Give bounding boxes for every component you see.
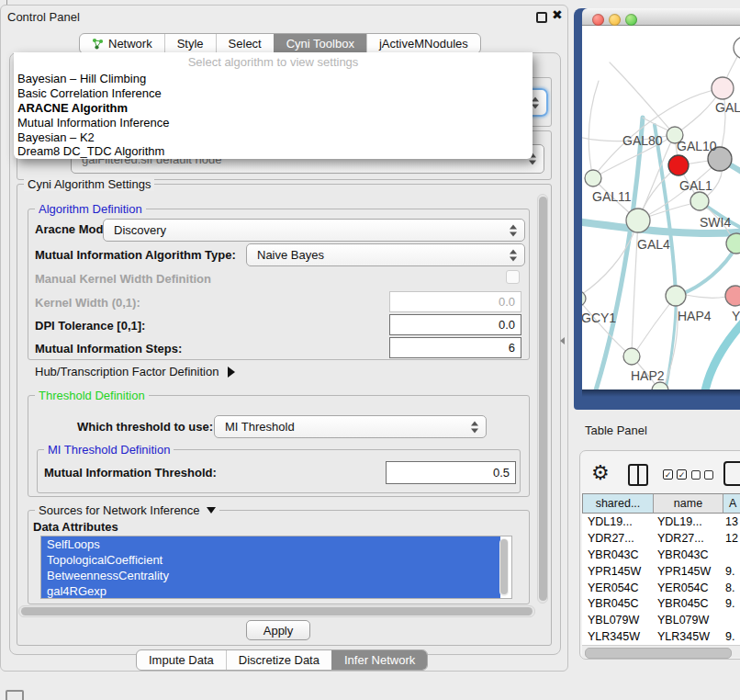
minimize-window-icon[interactable] [609, 14, 621, 26]
node-label: GAL [715, 100, 740, 115]
close-window-icon[interactable] [592, 14, 604, 26]
network-node[interactable] [585, 170, 601, 186]
network-node[interactable] [623, 348, 640, 365]
table-row[interactable]: YDR27...YDR27...12 [582, 530, 740, 547]
tab-label: Infer Network [344, 653, 415, 667]
table-row[interactable]: YBL079WYBL079W [582, 612, 740, 628]
deselect-all-columns-button[interactable] [691, 470, 713, 480]
attribute-item[interactable]: gal4RGexp [41, 583, 500, 599]
algorithm-option[interactable]: Bayesian – Hill Climbing [14, 72, 533, 86]
algorithm-option[interactable]: ARACNE Algorithm [14, 101, 533, 116]
table-cell: YBR043C [582, 547, 654, 563]
mi-steps-field[interactable]: 6 [389, 337, 521, 358]
network-node[interactable] [666, 286, 686, 306]
network-edge[interactable] [655, 125, 676, 296]
algorithm-option[interactable]: Basic Correlation Inference [14, 86, 533, 101]
table-row[interactable]: YPR145WYPR145W9. [582, 563, 740, 580]
table-header-row: shared...nameA [582, 493, 740, 514]
table-cell: YDR27... [582, 530, 654, 547]
network-node[interactable] [690, 192, 709, 210]
tab-style[interactable]: Style [164, 34, 216, 53]
network-node[interactable] [725, 286, 740, 306]
scrollbar-thumb[interactable] [539, 197, 547, 601]
cyni-mode-tabbar: Impute DataDiscretize DataInfer Network [136, 649, 428, 671]
panel-divider-handle[interactable] [556, 337, 565, 344]
settings-horizontal-scrollbar[interactable] [18, 605, 535, 617]
table-cell: YPR145W [582, 563, 654, 580]
aracne-mode-combobox[interactable]: Discovery [103, 219, 525, 242]
node-label: GAL11 [592, 189, 632, 204]
algorithm-option[interactable]: Mutual Information Inference [14, 115, 533, 130]
network-node[interactable] [712, 77, 734, 99]
scrollbar-thumb[interactable] [585, 648, 732, 659]
expand-arrow-icon [228, 367, 241, 378]
algorithm-option[interactable]: Bayesian – K2 [14, 130, 533, 144]
column-header[interactable]: shared... [582, 493, 654, 514]
close-icon[interactable]: ✖ [552, 7, 563, 22]
hub-tf-definition-toggle[interactable]: Hub/Transcription Factor Definition [35, 365, 241, 378]
table-cell: YLR345W [582, 628, 654, 645]
zoom-window-icon[interactable] [625, 14, 637, 26]
attribute-item[interactable]: BetweennessCentrality [41, 568, 500, 583]
attribute-item[interactable]: SelfLoops [41, 536, 500, 552]
apply-button[interactable]: Apply [246, 620, 310, 640]
table-horizontal-scrollbar[interactable] [582, 645, 740, 658]
docked-panel-icon[interactable] [6, 690, 24, 700]
table-options-icon[interactable] [723, 461, 740, 486]
network-node[interactable] [626, 209, 650, 232]
table-row[interactable]: YLR345WYLR345W9. [582, 628, 740, 645]
tab-discretize-data[interactable]: Discretize Data [226, 650, 331, 670]
column-header[interactable]: A [723, 493, 740, 514]
list-vertical-scrollbar[interactable] [499, 538, 509, 596]
kernel-width-field[interactable]: 0.0 [389, 291, 521, 312]
table-row[interactable]: YBR043CYBR043C [582, 547, 740, 563]
scrollbar-thumb[interactable] [21, 607, 533, 615]
select-all-columns-button[interactable]: ✓ ✓ [663, 469, 687, 480]
table-row[interactable]: YBR045CYBR045C9. [582, 595, 740, 612]
which-threshold-combobox[interactable]: MI Threshold [214, 415, 487, 438]
table-row[interactable]: YDL19...YDL19...13 [582, 514, 740, 530]
column-browser-icon[interactable] [628, 464, 648, 486]
node-label: GAL4 [637, 237, 670, 252]
unchecked-box-icon [704, 470, 713, 480]
scrollbar-thumb[interactable] [500, 539, 508, 594]
collapse-arrow-icon [207, 507, 216, 518]
mi-type-combobox[interactable]: Naive Bayes [246, 243, 525, 266]
manual-kernel-checkbox[interactable] [506, 270, 520, 284]
tab-infer-network[interactable]: Infer Network [331, 650, 427, 670]
mi-steps-label: Mutual Information Steps: [35, 342, 182, 356]
table-row[interactable]: YER054CYER054C8. [582, 580, 740, 596]
combo-arrows-icon [510, 224, 518, 236]
network-edge[interactable] [665, 296, 676, 390]
column-header[interactable]: name [654, 493, 723, 514]
tab-network[interactable]: Network [80, 34, 164, 53]
tab-cyni-toolbox[interactable]: Cyni Toolbox [274, 34, 366, 53]
network-edge[interactable] [676, 246, 736, 296]
combo-arrows-icon [471, 421, 479, 433]
network-window-titlebar[interactable] [582, 8, 740, 26]
network-edge[interactable] [704, 318, 740, 390]
network-node[interactable] [734, 37, 740, 59]
algorithm-option[interactable]: Dream8 DC_TDC Algorithm [14, 144, 533, 159]
tab-jactivemnodules[interactable]: jActiveMNodules [366, 34, 480, 53]
attribute-item[interactable]: TopologicalCoefficient [41, 552, 500, 568]
mi-threshold-field[interactable]: 0.5 [386, 461, 516, 484]
which-threshold-label: Which threshold to use: [77, 420, 213, 434]
table-cell: YER054C [654, 580, 723, 596]
gear-icon[interactable]: ⚙ [591, 461, 610, 485]
corner-mark [6, 0, 7, 5]
algorithm-definition-title: Algorithm Definition [35, 202, 146, 216]
settings-vertical-scrollbar[interactable] [537, 194, 548, 604]
float-window-button[interactable] [536, 12, 547, 23]
sources-title-row[interactable]: Sources for Network Inference [35, 503, 219, 517]
network-edge[interactable] [589, 81, 599, 178]
tab-impute-data[interactable]: Impute Data [137, 650, 226, 670]
network-node[interactable] [668, 155, 689, 175]
network-view-canvas[interactable]: GALGAL80GAL10GAL11GAL1SWI4GAL4GCY1HAP4YH… [582, 26, 740, 390]
network-node[interactable] [582, 291, 586, 306]
dpi-tolerance-field[interactable]: 0.0 [389, 314, 521, 335]
tab-select[interactable]: Select [216, 34, 274, 53]
network-edge[interactable] [686, 295, 726, 298]
data-attributes-list[interactable]: SelfLoopsTopologicalCoefficientBetweenne… [40, 536, 512, 599]
network-edge[interactable] [633, 296, 676, 355]
